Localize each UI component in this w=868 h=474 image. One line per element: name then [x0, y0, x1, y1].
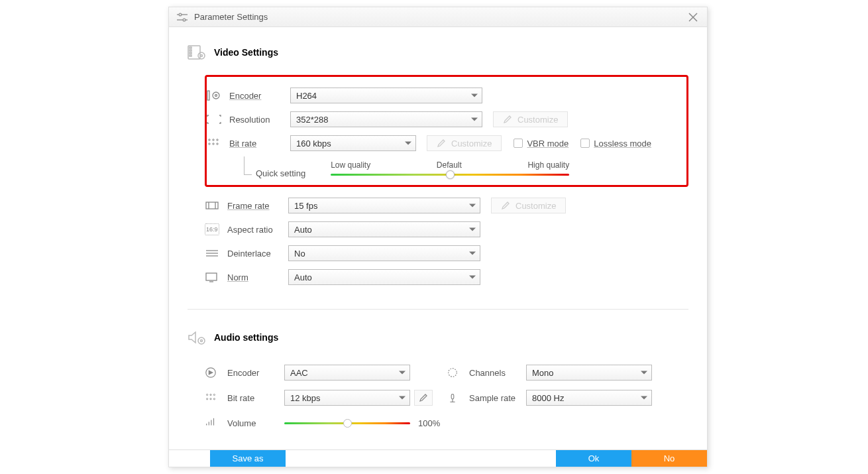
lossless-mode-checkbox[interactable]: Lossless mode	[580, 139, 651, 148]
checkbox-box	[580, 139, 590, 148]
svg-point-36	[213, 394, 215, 395]
deinterlace-row: Deinterlace No	[188, 241, 688, 265]
encoder-icon	[207, 89, 221, 101]
bitrate-icon	[207, 137, 221, 149]
svg-point-39	[213, 398, 215, 400]
norm-label: Norm	[227, 272, 288, 282]
volume-label: Volume	[227, 418, 284, 428]
high-quality-label: High quality	[527, 160, 569, 170]
bitrate-value: 160 kbps	[296, 139, 331, 148]
svg-point-3	[183, 19, 186, 21]
resolution-customize-button[interactable]: Customize	[493, 111, 568, 127]
low-quality-label: Low quality	[331, 160, 370, 170]
chevron-down-icon	[641, 371, 647, 375]
channels-value: Mono	[532, 368, 554, 378]
slider-track	[331, 174, 569, 176]
channels-select[interactable]: Mono	[526, 365, 652, 381]
close-button[interactable]	[687, 11, 699, 23]
chevron-down-icon	[471, 118, 478, 121]
pencil-icon	[501, 201, 510, 210]
svg-point-1	[179, 13, 182, 16]
framerate-customize-button[interactable]: Customize	[491, 198, 566, 213]
ok-button[interactable]: Ok	[556, 450, 631, 467]
pencil-icon	[503, 115, 512, 124]
chevron-down-icon	[469, 252, 476, 255]
tree-connector	[244, 156, 252, 175]
audio-bitrate-label: Bit rate	[227, 393, 284, 403]
video-settings-icon	[188, 44, 206, 60]
volume-slider[interactable]	[284, 422, 410, 424]
aspect-row: 16:9 Aspect ratio Auto	[188, 217, 688, 241]
vbr-mode-checkbox[interactable]: VBR mode	[514, 139, 569, 148]
footer-spacer	[286, 450, 556, 467]
resolution-select[interactable]: 352*288	[290, 111, 482, 127]
chevron-down-icon	[469, 228, 476, 231]
parameter-settings-dialog: Parameter Settings Video Settings	[168, 7, 708, 467]
svg-point-16	[209, 139, 210, 141]
quality-slider[interactable]: Low quality Default High quality	[331, 160, 569, 176]
audio-bitrate-select[interactable]: 12 kbps	[284, 390, 410, 406]
samplerate-value: 8000 Hz	[532, 393, 564, 403]
audio-encoder-icon	[205, 367, 219, 379]
samplerate-label: Sample rate	[469, 393, 526, 403]
svg-point-14	[213, 92, 219, 99]
video-section-title: Video Settings	[214, 47, 278, 58]
svg-point-17	[213, 139, 214, 141]
aspect-select[interactable]: Auto	[288, 221, 480, 237]
svg-rect-10	[190, 55, 191, 56]
svg-point-33	[449, 369, 457, 377]
settings-sliders-icon	[176, 12, 189, 23]
audio-encoder-value: AAC	[290, 368, 308, 378]
video-section-header: Video Settings	[188, 44, 688, 60]
slider-thumb[interactable]	[446, 170, 455, 179]
samplerate-select[interactable]: 8000 Hz	[526, 390, 652, 406]
volume-icon	[205, 417, 219, 429]
bitrate-customize-button[interactable]: Customize	[427, 135, 502, 151]
audio-bitrate-customize-button[interactable]	[414, 390, 433, 406]
encoder-select[interactable]: H264	[290, 88, 482, 103]
bitrate-label: Bit rate	[229, 139, 290, 148]
resolution-value: 352*288	[296, 115, 328, 125]
svg-point-18	[217, 139, 218, 141]
quick-setting-row: Quick setting Low quality Default High q…	[207, 160, 686, 178]
slider-thumb[interactable]	[343, 419, 352, 428]
resolution-row: Resolution 352*288 Customize	[207, 107, 686, 131]
dialog-content: Video Settings Encoder H264	[169, 27, 707, 449]
deinterlace-select[interactable]: No	[288, 245, 480, 261]
norm-select[interactable]: Auto	[288, 269, 480, 285]
save-as-button[interactable]: Save as	[210, 450, 286, 467]
chevron-down-icon	[399, 396, 406, 400]
svg-point-35	[210, 394, 211, 395]
framerate-row: Frame rate 15 fps Customize	[188, 194, 688, 217]
dialog-title: Parameter Settings	[194, 12, 268, 22]
aspect-value: Auto	[294, 225, 312, 235]
chevron-down-icon	[471, 94, 478, 97]
aspect-icon: 16:9	[205, 223, 219, 235]
svg-point-38	[210, 398, 211, 400]
volume-row: Volume 100%	[205, 410, 688, 436]
quick-setting-label: Quick setting	[256, 168, 305, 178]
svg-point-30	[198, 337, 205, 344]
pencil-icon	[419, 393, 428, 402]
no-button[interactable]: No	[631, 450, 707, 467]
framerate-select[interactable]: 15 fps	[288, 198, 480, 213]
resolution-label: Resolution	[229, 115, 290, 125]
framerate-label: Frame rate	[227, 201, 288, 211]
lossless-label: Lossless mode	[594, 139, 651, 148]
svg-point-21	[217, 143, 218, 145]
svg-point-34	[207, 394, 208, 395]
audio-section-header: Audio settings	[188, 329, 688, 345]
audio-encoder-row: Encoder AAC Channels Mono	[205, 360, 688, 385]
audio-bitrate-row: Bit rate 12 kbps	[205, 385, 688, 410]
bitrate-select[interactable]: 160 kbps	[290, 135, 416, 151]
deinterlace-value: No	[294, 249, 305, 259]
chevron-down-icon	[405, 142, 411, 145]
channels-label: Channels	[469, 368, 526, 378]
svg-point-11	[198, 52, 205, 59]
svg-rect-40	[451, 394, 454, 399]
dialog-footer: Save as Ok No	[169, 449, 707, 467]
audio-settings-icon	[188, 329, 206, 345]
svg-point-31	[201, 340, 203, 342]
audio-encoder-select[interactable]: AAC	[284, 365, 410, 381]
section-divider	[188, 309, 688, 310]
